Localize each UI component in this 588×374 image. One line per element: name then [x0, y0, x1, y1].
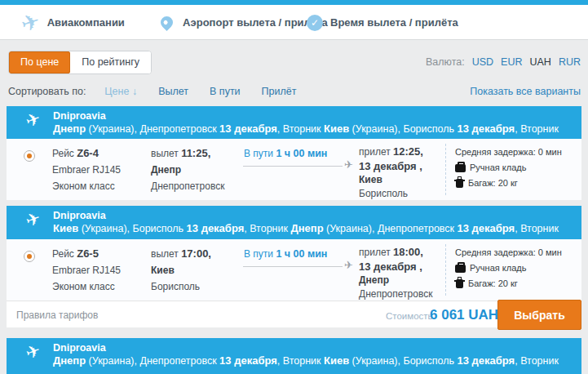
duration-column: В пути 1 ч 00 мин	[244, 145, 327, 162]
baggage-label: Багаж: 20 кг	[468, 176, 518, 191]
flight-select-radio[interactable]	[24, 251, 35, 262]
carry-on-label: Ручная кладь	[470, 260, 526, 276]
airplane-icon: ✈	[24, 342, 43, 363]
average-delay: Средняя задержка: 0 мин	[455, 145, 562, 160]
flight-select-radio[interactable]	[24, 150, 35, 162]
flight-info-column: Рейс Z6-4 Embraer RJ145 Эконом класс	[52, 145, 121, 194]
flight-info-column: Рейс Z6-5 Embraer RJ145 Эконом класс	[52, 246, 121, 295]
cabin-class: Эконом класс	[52, 278, 121, 295]
currency-uah-selected[interactable]: UAH	[530, 56, 551, 68]
currency-rur[interactable]: RUR	[559, 56, 581, 68]
baggage-label: Багаж: 20 кг	[468, 276, 518, 292]
departure-city: Киев	[151, 262, 211, 278]
segment-header-next-itinerary: ✈ Dniproavia Днепр (Украина), Днепропетр…	[7, 338, 581, 374]
flight-number: Z6-5	[77, 247, 99, 260]
price-label: Стоимость	[386, 311, 433, 321]
airplane-icon: ✈	[24, 210, 43, 231]
currency-selector: Валюта: USD EUR UAH RUR	[426, 56, 581, 68]
airline-name: Dniproavia	[53, 110, 106, 122]
carry-on-label: Ручная кладь	[470, 160, 526, 176]
flight-leg-row: Рейс Z6-4 Embraer RJ145 Эконом класс выл…	[7, 139, 581, 200]
arrival-date: 13 декабря ,	[359, 159, 423, 173]
services-column: Средняя задержка: 0 мин Ручная кладь Баг…	[455, 145, 562, 191]
arrival-city: Киев	[359, 173, 423, 187]
currency-eur[interactable]: EUR	[501, 56, 522, 68]
filter-times-label: Время вылета / прилёта	[330, 16, 458, 29]
arrival-date: 13 декабря ,	[359, 260, 432, 274]
small-airplane-icon: ✈	[344, 260, 353, 270]
arrival-time: 12:25,	[393, 145, 423, 158]
departure-airport: Днепропетровск	[151, 178, 224, 194]
briefcase-icon	[455, 164, 466, 172]
airline-name: Dniproavia	[53, 210, 106, 221]
filter-airports[interactable]: Аэропорт вылета / прилёта	[158, 5, 328, 40]
aircraft-type: Embraer RJ145	[52, 262, 121, 278]
departure-time: 11:25,	[181, 147, 210, 159]
small-airplane-icon: ✈	[344, 159, 353, 170]
flight-search-results-screen: ✈ Авиакомпании Аэропорт вылета / прилёта…	[0, 0, 588, 374]
segment-header-return: ✈ Dniproavia Киев (Украина), Борисполь 1…	[7, 206, 581, 239]
show-all-options-link[interactable]: Показать все варианты	[470, 86, 581, 97]
duration-value: 1 ч 00 мин	[276, 248, 327, 260]
route-summary: Киев (Украина), Борисполь 13 декабря, Вт…	[53, 222, 559, 234]
departure-column: вылет 11:25, Днепр Днепропетровск	[151, 145, 224, 194]
aircraft-type: Embraer RJ145	[52, 162, 121, 178]
sort-by-duration[interactable]: В пути	[210, 86, 241, 97]
duration-value: 1 ч 00 мин	[276, 148, 327, 159]
arrival-city: Днепр	[359, 274, 432, 287]
average-delay: Средняя задержка: 0 мин	[455, 245, 562, 260]
arrival-time: 18:00,	[393, 246, 423, 258]
sort-by-departure[interactable]: Вылет	[158, 86, 188, 97]
itinerary-footer: Правила тарифов Стоимость 6 061 UAH Выбр…	[7, 301, 581, 327]
fare-rules-link[interactable]: Правила тарифов	[16, 309, 98, 321]
luggage-icon	[456, 279, 463, 288]
currency-usd[interactable]: USD	[472, 56, 493, 68]
map-pin-icon	[158, 14, 175, 31]
cabin-class: Эконом класс	[52, 178, 121, 194]
airplane-icon: ✈	[18, 9, 42, 36]
flight-path-line	[243, 266, 343, 267]
airline-name: Dniproavia	[53, 342, 106, 354]
briefcase-icon	[455, 265, 466, 273]
route-summary: Днепр (Украина), Днепропетровск 13 декаб…	[53, 354, 559, 367]
route-summary: Днепр (Украина), Днепропетровск 13 декаб…	[53, 122, 559, 135]
duration-column: В пути 1 ч 00 мин	[244, 246, 327, 262]
segment-header-outbound: ✈ Dniproavia Днепр (Украина), Днепропетр…	[7, 106, 581, 139]
tab-by-rating[interactable]: По рейтингу	[70, 51, 151, 73]
currency-label: Валюта:	[426, 56, 465, 68]
arrival-airport: Днепропетровск	[359, 287, 432, 301]
flight-path-line	[243, 166, 343, 167]
arrival-column: прилет 18:00, 13 декабря , Днепр Днепроп…	[359, 245, 432, 301]
flight-number: Z6-4	[77, 147, 99, 159]
column-divider	[445, 244, 446, 296]
arrival-column: прилет 12:25, 13 декабря , Киев Бориспол…	[359, 145, 423, 201]
column-divider	[445, 144, 446, 195]
sort-by-price[interactable]: Цене ↓	[104, 86, 137, 97]
select-button[interactable]: Выбрать	[497, 300, 581, 330]
luggage-icon	[456, 179, 463, 188]
filter-bar: ✈ Авиакомпании Аэропорт вылета / прилёта…	[0, 5, 588, 40]
airplane-icon: ✈	[24, 110, 43, 131]
sort-bar: Сортировать по: Цене ↓ Вылет В пути Прил…	[8, 84, 581, 99]
check-circle-icon: ✓	[307, 15, 323, 31]
arrow-down-icon: ↓	[132, 86, 137, 97]
filter-airlines-label: Авиакомпании	[47, 16, 125, 29]
sort-mode-tabs: По цене По рейтингу	[8, 51, 152, 74]
filter-times[interactable]: ✓ Время вылета / прилёта	[307, 5, 458, 40]
departure-column: вылет 17:00, Киев Борисполь	[151, 246, 211, 295]
departure-airport: Борисполь	[151, 278, 211, 295]
services-column: Средняя задержка: 0 мин Ручная кладь Баг…	[455, 245, 562, 292]
flight-leg-row: Рейс Z6-5 Embraer RJ145 Эконом класс выл…	[7, 239, 581, 301]
departure-city: Днепр	[151, 162, 224, 178]
filter-airlines[interactable]: ✈ Авиакомпании	[21, 5, 125, 40]
tab-by-price[interactable]: По цене	[9, 51, 70, 73]
arrival-airport: Борисполь	[359, 187, 423, 201]
price-value: 6 061 UAH	[430, 307, 498, 323]
departure-time: 17:00,	[181, 247, 211, 260]
sort-label: Сортировать по:	[8, 86, 86, 97]
sort-by-arrival[interactable]: Прилёт	[262, 86, 297, 97]
